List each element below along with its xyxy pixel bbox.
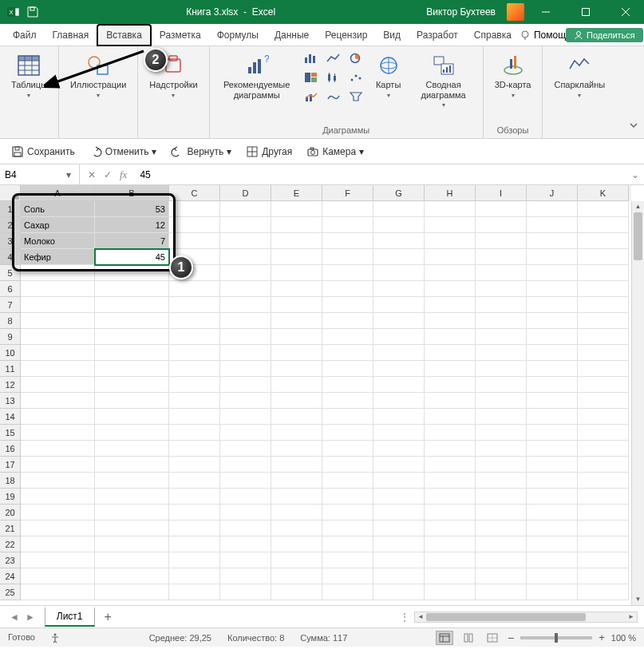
cell[interactable] bbox=[220, 473, 271, 489]
cell[interactable] bbox=[220, 568, 271, 584]
add-sheet-button[interactable]: + bbox=[95, 610, 121, 624]
cell[interactable] bbox=[271, 489, 322, 505]
cell[interactable] bbox=[21, 377, 95, 393]
cell[interactable] bbox=[425, 505, 476, 521]
cell[interactable] bbox=[271, 536, 322, 552]
view-normal-button[interactable] bbox=[436, 631, 453, 645]
cell[interactable] bbox=[425, 233, 476, 249]
cell[interactable] bbox=[95, 584, 169, 600]
cell[interactable] bbox=[169, 568, 220, 584]
cell[interactable] bbox=[169, 329, 220, 345]
row-header-9[interactable]: 9 bbox=[0, 329, 21, 345]
cell[interactable] bbox=[425, 536, 476, 552]
row-header-25[interactable]: 25 bbox=[0, 584, 21, 600]
row-header-14[interactable]: 14 bbox=[0, 409, 21, 425]
cell[interactable] bbox=[271, 297, 322, 313]
cell[interactable] bbox=[425, 521, 476, 536]
cell[interactable] bbox=[220, 345, 271, 361]
pivot-chart-button[interactable]: Сводная диаграмма ▾ bbox=[411, 49, 476, 112]
tab-insert[interactable]: Вставка bbox=[97, 24, 152, 46]
cell[interactable] bbox=[527, 409, 578, 425]
cell[interactable] bbox=[169, 521, 220, 536]
cell[interactable] bbox=[373, 536, 425, 552]
cell[interactable] bbox=[169, 361, 220, 377]
cell[interactable] bbox=[21, 489, 95, 505]
cell[interactable] bbox=[21, 441, 95, 457]
cell[interactable] bbox=[373, 409, 425, 425]
cell[interactable] bbox=[578, 521, 629, 536]
cell[interactable] bbox=[578, 425, 629, 441]
cell[interactable] bbox=[271, 393, 322, 409]
cell[interactable] bbox=[425, 201, 476, 217]
cell[interactable] bbox=[527, 313, 578, 329]
cell[interactable] bbox=[527, 552, 578, 568]
cell[interactable] bbox=[169, 473, 220, 489]
cell[interactable] bbox=[271, 568, 322, 584]
cell[interactable] bbox=[527, 361, 578, 377]
cell[interactable] bbox=[322, 584, 373, 600]
cell[interactable] bbox=[95, 552, 169, 568]
cell[interactable] bbox=[220, 201, 271, 217]
cell[interactable] bbox=[271, 345, 322, 361]
cell[interactable] bbox=[425, 361, 476, 377]
cell[interactable] bbox=[271, 233, 322, 249]
cell[interactable] bbox=[322, 552, 373, 568]
tab-formulas[interactable]: Формулы bbox=[209, 26, 267, 45]
cell[interactable] bbox=[578, 473, 629, 489]
cell[interactable] bbox=[21, 457, 95, 473]
cell[interactable] bbox=[527, 441, 578, 457]
row-header-5[interactable]: 5 bbox=[0, 265, 21, 281]
cell[interactable] bbox=[322, 489, 373, 505]
cell[interactable] bbox=[476, 233, 527, 249]
cell[interactable] bbox=[271, 361, 322, 377]
tab-data[interactable]: Данные bbox=[267, 26, 317, 45]
cell[interactable] bbox=[476, 425, 527, 441]
tab-developer[interactable]: Разработ bbox=[409, 26, 466, 45]
row-header-23[interactable]: 23 bbox=[0, 552, 21, 568]
cell[interactable]: 45 bbox=[95, 249, 169, 265]
cell[interactable] bbox=[476, 393, 527, 409]
cell[interactable] bbox=[476, 361, 527, 377]
cell[interactable] bbox=[271, 377, 322, 393]
cell[interactable] bbox=[578, 233, 629, 249]
cell[interactable] bbox=[21, 393, 95, 409]
cell[interactable] bbox=[373, 377, 425, 393]
cell[interactable] bbox=[95, 313, 169, 329]
cell[interactable] bbox=[220, 536, 271, 552]
cell[interactable] bbox=[578, 361, 629, 377]
scroll-up-icon[interactable]: ▲ bbox=[632, 201, 644, 212]
accessibility-icon[interactable] bbox=[49, 632, 61, 643]
cell[interactable] bbox=[271, 265, 322, 281]
view-page-layout-button[interactable] bbox=[460, 631, 477, 645]
cell[interactable] bbox=[425, 281, 476, 297]
cell[interactable]: 53 bbox=[95, 201, 169, 217]
cell[interactable] bbox=[578, 217, 629, 233]
cell[interactable] bbox=[271, 201, 322, 217]
cell[interactable] bbox=[578, 489, 629, 505]
tab-file[interactable]: Файл bbox=[5, 26, 45, 45]
cell[interactable] bbox=[476, 249, 527, 265]
cell[interactable] bbox=[220, 265, 271, 281]
expand-formula-bar-icon[interactable]: ⌄ bbox=[626, 169, 644, 180]
sparklines-button[interactable]: Спарклайны ▾ bbox=[549, 49, 610, 102]
cell[interactable] bbox=[373, 521, 425, 536]
tab-home[interactable]: Главная bbox=[45, 26, 97, 45]
chart-column-button[interactable] bbox=[301, 49, 322, 67]
cell[interactable] bbox=[220, 425, 271, 441]
cell[interactable] bbox=[476, 217, 527, 233]
cell[interactable] bbox=[373, 201, 425, 217]
cell[interactable] bbox=[95, 536, 169, 552]
cell[interactable] bbox=[95, 409, 169, 425]
maximize-button[interactable] bbox=[567, 0, 604, 24]
cell[interactable] bbox=[373, 297, 425, 313]
col-header-f[interactable]: F bbox=[322, 185, 373, 201]
cell[interactable] bbox=[322, 568, 373, 584]
cell[interactable] bbox=[169, 505, 220, 521]
fx-icon[interactable]: fx bbox=[120, 168, 127, 181]
row-header-12[interactable]: 12 bbox=[0, 377, 21, 393]
row-header-19[interactable]: 19 bbox=[0, 489, 21, 505]
cell[interactable] bbox=[578, 329, 629, 345]
row-header-21[interactable]: 21 bbox=[0, 521, 21, 536]
cell[interactable] bbox=[220, 584, 271, 600]
h-scrollbar-thumb[interactable] bbox=[426, 613, 586, 621]
